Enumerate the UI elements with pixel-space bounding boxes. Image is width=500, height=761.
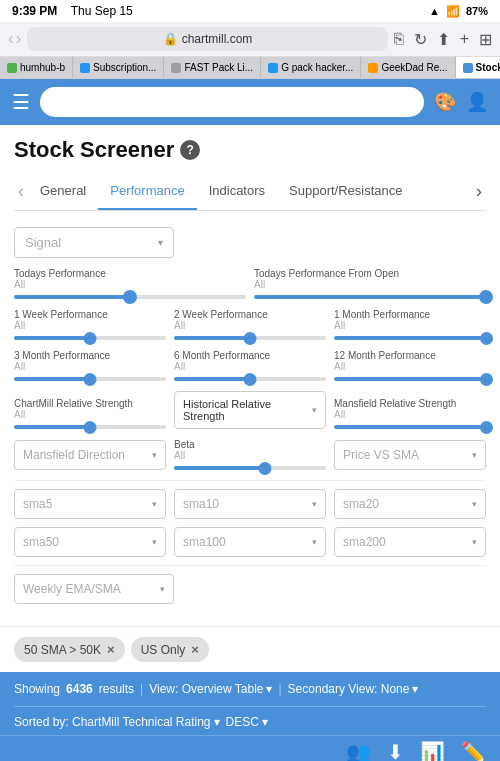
sma50-chevron: ▾ [152, 537, 157, 547]
weekly-ema-row: Weekly EMA/SMA ▾ [14, 574, 174, 604]
tab-general[interactable]: General [28, 173, 98, 210]
signal-chevron: ▾ [158, 237, 163, 248]
hamburger-button[interactable]: ☰ [12, 92, 30, 112]
beta-track[interactable] [174, 466, 326, 470]
weekly-ema-dropdown[interactable]: Weekly EMA/SMA ▾ [14, 574, 174, 604]
browser-bar: ‹ › 🔒 chartmill.com ⎘ ↻ ⬆ + ⊞ [0, 22, 500, 57]
tab-humhub[interactable]: humhub-b [0, 57, 73, 78]
todays-from-open-track[interactable] [254, 295, 486, 299]
header-search-input[interactable] [40, 87, 424, 117]
mansfield-direction-chevron: ▾ [152, 450, 157, 460]
todays-perf-thumb[interactable] [123, 290, 137, 304]
user-icon[interactable]: 👤 [466, 91, 488, 113]
sort-order-chevron: ▾ [262, 715, 268, 729]
mansfield-rs-track[interactable] [334, 425, 486, 429]
chart-icon-button[interactable]: 📊 [420, 740, 445, 761]
perf-row-2: 1 Week Performance All 2 Week Performanc… [14, 309, 486, 340]
address-text: chartmill.com [182, 32, 253, 46]
screener-body: Signal ▾ Todays Performance All Todays P… [0, 211, 500, 626]
forward-button[interactable]: › [16, 29, 22, 49]
tab-fastpack[interactable]: FAST Pack Li... [164, 57, 261, 78]
new-tab-button[interactable]: + [460, 30, 469, 49]
secondary-view-dropdown[interactable]: Secondary View: None ▾ [288, 682, 419, 696]
filter-badge-sma50[interactable]: 50 SMA > 50K × [14, 637, 125, 662]
status-bar: 9:39 PM Thu Sep 15 ▲ 📶 87% [0, 0, 500, 22]
sma5-dropdown[interactable]: sma5 ▾ [14, 489, 166, 519]
sma100-chevron: ▾ [312, 537, 317, 547]
tab-label-packhacker: G pack hacker... [281, 62, 353, 73]
one-month-track[interactable] [334, 336, 486, 340]
tabs-button[interactable]: ⊞ [479, 30, 492, 49]
signal-dropdown[interactable]: Signal ▾ [14, 227, 174, 258]
tab-packhacker[interactable]: G pack hacker... [261, 57, 361, 78]
tab-indicators[interactable]: Indicators [197, 173, 277, 210]
edit-icon-button[interactable]: ✏️ [461, 740, 486, 761]
two-week-track[interactable] [174, 336, 326, 340]
wifi-icon: 📶 [446, 5, 460, 18]
sort-order-dropdown[interactable]: DESC ▾ [226, 715, 268, 729]
lock-icon: 🔒 [163, 32, 178, 46]
status-time: 9:39 PM Thu Sep 15 [12, 4, 133, 18]
historical-rs-dropdown[interactable]: Historical Relative Strength ▾ [174, 391, 326, 429]
share-button[interactable]: ⬆ [437, 30, 450, 49]
todays-from-open-label: Todays Performance From Open [254, 268, 486, 279]
three-month-group: 3 Month Performance All [14, 350, 166, 381]
sma20-dropdown[interactable]: sma20 ▾ [334, 489, 486, 519]
showing-label: Showing [14, 682, 60, 696]
address-bar[interactable]: 🔒 chartmill.com [27, 27, 387, 51]
mansfield-direction-dropdown[interactable]: Mansfield Direction ▾ [14, 440, 166, 470]
six-month-track[interactable] [174, 377, 326, 381]
tab-support-resistance[interactable]: Support/Resistance [277, 173, 414, 210]
filter-tabs-wrapper: ‹ General Performance Indicators Support… [14, 173, 486, 211]
tab-favicon-stockscreener [463, 63, 473, 73]
beta-row: Mansfield Direction ▾ Beta All Price VS … [14, 439, 486, 470]
todays-perf-track[interactable] [14, 295, 246, 299]
paint-icon[interactable]: 🎨 [434, 91, 456, 113]
sma200-chevron: ▾ [472, 537, 477, 547]
todays-from-open-group: Todays Performance From Open All [254, 268, 486, 299]
sorted-by-chevron: ▾ [214, 715, 220, 729]
price-vs-sma-chevron: ▾ [472, 450, 477, 460]
price-vs-sma-dropdown[interactable]: Price VS SMA ▾ [334, 440, 486, 470]
tab-label-subscription: Subscription... [93, 62, 156, 73]
historical-rs-dropdown-group: Historical Relative Strength ▾ [174, 391, 326, 429]
filter-badge-usonly-close[interactable]: × [191, 642, 199, 657]
tab-stockscreener[interactable]: Stock Scree... [456, 57, 500, 78]
beta-group: Beta All [174, 439, 326, 470]
twelve-month-track[interactable] [334, 377, 486, 381]
sma50-dropdown[interactable]: sma50 ▾ [14, 527, 166, 557]
one-week-track[interactable] [14, 336, 166, 340]
weekly-ema-chevron: ▾ [160, 584, 165, 594]
chartmill-rs-group: ChartMill Relative Strength All [14, 398, 166, 429]
three-month-track[interactable] [14, 377, 166, 381]
help-icon[interactable]: ? [180, 140, 200, 160]
secondary-view-chevron: ▾ [412, 682, 418, 696]
back-button[interactable]: ‹ [8, 29, 14, 49]
sma200-dropdown[interactable]: sma200 ▾ [334, 527, 486, 557]
tab-performance[interactable]: Performance [98, 173, 196, 210]
tab-favicon-geekdad [368, 63, 378, 73]
view-dropdown[interactable]: View: Overview Table ▾ [149, 682, 272, 696]
tab-subscription[interactable]: Subscription... [73, 57, 164, 78]
users-icon-button[interactable]: 👥 [346, 740, 371, 761]
filter-badge-sma50-close[interactable]: × [107, 642, 115, 657]
filter-tab-prev[interactable]: ‹ [14, 181, 28, 202]
filter-badge-usonly[interactable]: US Only × [131, 637, 209, 662]
chartmill-rs-track[interactable] [14, 425, 166, 429]
sma100-dropdown[interactable]: sma100 ▾ [174, 527, 326, 557]
divider2 [14, 565, 486, 566]
filter-tab-next[interactable]: › [472, 181, 486, 202]
results-sep2: | [278, 682, 281, 696]
sorted-by-dropdown[interactable]: Sorted by: ChartMill Technical Rating ▾ [14, 715, 220, 729]
tab-geekdad[interactable]: GeekDad Re... [361, 57, 455, 78]
cast-button[interactable]: ⎘ [394, 30, 404, 49]
refresh-button[interactable]: ↻ [414, 30, 427, 49]
tab-favicon-fastpack [171, 63, 181, 73]
six-month-group: 6 Month Performance All [174, 350, 326, 381]
sma10-chevron: ▾ [312, 499, 317, 509]
main-header: ☰ 🎨 👤 [0, 79, 500, 125]
download-icon-button[interactable]: ⬇ [387, 740, 404, 761]
browser-actions: ⎘ ↻ ⬆ + ⊞ [394, 30, 492, 49]
sma10-dropdown[interactable]: sma10 ▾ [174, 489, 326, 519]
todays-from-open-thumb[interactable] [479, 290, 493, 304]
